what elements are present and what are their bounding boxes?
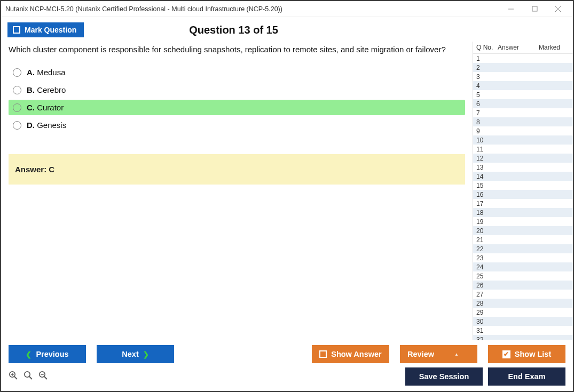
row-number: 9 bbox=[476, 127, 498, 135]
show-answer-button[interactable]: Show Answer bbox=[312, 345, 389, 363]
chevron-right-icon: ❯ bbox=[143, 350, 149, 358]
question-list-row[interactable]: 13 bbox=[473, 163, 573, 172]
row-number: 29 bbox=[476, 309, 498, 316]
row-number: 4 bbox=[476, 82, 498, 90]
window-title: Nutanix NCP-MCI-5.20 (Nutanix Certified … bbox=[5, 5, 499, 13]
svg-rect-1 bbox=[532, 6, 537, 11]
question-list-row[interactable]: 8 bbox=[473, 117, 573, 126]
radio-icon bbox=[13, 68, 21, 77]
minimize-button[interactable] bbox=[499, 2, 523, 17]
question-list-row[interactable]: 7 bbox=[473, 108, 573, 117]
titlebar: Nutanix NCP-MCI-5.20 (Nutanix Certified … bbox=[1, 1, 573, 17]
show-list-label: Show List bbox=[515, 350, 551, 358]
row-number: 2 bbox=[476, 64, 498, 71]
show-answer-label: Show Answer bbox=[331, 350, 382, 358]
question-text: Which cluster component is responsible f… bbox=[9, 45, 465, 54]
question-list-row[interactable]: 12 bbox=[473, 154, 573, 163]
row-number: 14 bbox=[476, 173, 498, 180]
radio-icon bbox=[13, 121, 21, 130]
option-text: D. Genesis bbox=[27, 121, 66, 130]
question-list-row[interactable]: 18 bbox=[473, 208, 573, 217]
question-list-row[interactable]: 3 bbox=[473, 72, 573, 81]
question-list-row[interactable]: 29 bbox=[473, 308, 573, 317]
zoom-in-button[interactable] bbox=[23, 371, 33, 382]
review-dropdown[interactable]: Review ▲ bbox=[400, 345, 477, 363]
row-number: 22 bbox=[476, 245, 498, 253]
question-list-row[interactable]: 14 bbox=[473, 172, 573, 181]
question-list-row[interactable]: 19 bbox=[473, 217, 573, 226]
question-list-row[interactable]: 20 bbox=[473, 226, 573, 235]
row-number: 17 bbox=[476, 200, 498, 207]
option-a[interactable]: A. Medusa bbox=[9, 65, 465, 80]
question-list-row[interactable]: 15 bbox=[473, 181, 573, 190]
question-list-row[interactable]: 1 bbox=[473, 54, 573, 63]
row-number: 13 bbox=[476, 164, 498, 171]
question-list-row[interactable]: 21 bbox=[473, 235, 573, 244]
svg-point-8 bbox=[25, 372, 30, 377]
question-list-row[interactable]: 32 bbox=[473, 335, 573, 340]
question-header: Question 13 of 15 bbox=[1, 24, 466, 36]
question-list-row[interactable]: 31 bbox=[473, 326, 573, 335]
options-list: A. MedusaB. CerebroC. CuratorD. Genesis bbox=[9, 65, 465, 135]
zoom-reset-button[interactable] bbox=[9, 371, 18, 382]
question-list-row[interactable]: 22 bbox=[473, 244, 573, 253]
question-list[interactable]: 1234567891011121314151617181920212223242… bbox=[473, 54, 573, 340]
question-list-row[interactable]: 24 bbox=[473, 262, 573, 271]
question-list-row[interactable]: 6 bbox=[473, 99, 573, 108]
question-list-header: Q No. Answer Marked bbox=[473, 42, 573, 54]
previous-button[interactable]: ❮ Previous bbox=[9, 345, 86, 363]
question-list-row[interactable]: 5 bbox=[473, 90, 573, 99]
question-list-row[interactable]: 4 bbox=[473, 81, 573, 90]
question-list-row[interactable]: 30 bbox=[473, 317, 573, 326]
question-list-row[interactable]: 26 bbox=[473, 281, 573, 290]
end-exam-button[interactable]: End Exam bbox=[488, 367, 565, 386]
question-list-row[interactable]: 9 bbox=[473, 126, 573, 135]
row-number: 24 bbox=[476, 263, 498, 271]
window-controls bbox=[499, 2, 570, 17]
show-list-button[interactable]: ✔ Show List bbox=[488, 345, 565, 363]
option-b[interactable]: B. Cerebro bbox=[9, 82, 465, 98]
row-number: 30 bbox=[476, 318, 498, 325]
question-list-row[interactable]: 25 bbox=[473, 271, 573, 281]
question-list-row[interactable]: 2 bbox=[473, 63, 573, 72]
row-number: 31 bbox=[476, 327, 498, 334]
row-number: 27 bbox=[476, 291, 498, 298]
row-number: 19 bbox=[476, 218, 498, 226]
zoom-out-button[interactable] bbox=[38, 371, 48, 382]
body: Which cluster component is responsible f… bbox=[1, 42, 573, 340]
save-session-label: Save Session bbox=[419, 372, 469, 381]
row-number: 18 bbox=[476, 209, 498, 217]
maximize-button[interactable] bbox=[523, 2, 546, 17]
question-list-row[interactable]: 10 bbox=[473, 135, 573, 145]
question-list-row[interactable]: 16 bbox=[473, 190, 573, 199]
row-number: 16 bbox=[476, 191, 498, 198]
row-number: 11 bbox=[476, 146, 498, 153]
option-d[interactable]: D. Genesis bbox=[9, 117, 465, 133]
next-label: Next bbox=[122, 350, 138, 358]
row-number: 20 bbox=[476, 227, 498, 235]
row-number: 8 bbox=[476, 118, 498, 126]
answer-box: Answer: C bbox=[9, 154, 465, 185]
option-text: B. Cerebro bbox=[27, 85, 66, 94]
footer-row-2: Save Session End Exam bbox=[1, 367, 573, 391]
checkbox-icon bbox=[319, 350, 327, 358]
close-button[interactable] bbox=[546, 2, 570, 17]
footer-row-1: ❮ Previous Next ❯ Show Answer Review ▲ ✔… bbox=[1, 340, 573, 367]
question-list-row[interactable]: 11 bbox=[473, 145, 573, 154]
top-row: Mark Question Question 13 of 15 bbox=[1, 17, 573, 42]
header-marked: Marked bbox=[530, 44, 571, 51]
question-list-row[interactable]: 27 bbox=[473, 290, 573, 299]
option-c[interactable]: C. Curator bbox=[9, 100, 465, 115]
option-text: A. Medusa bbox=[27, 68, 66, 77]
chevron-down-icon: ▲ bbox=[454, 352, 459, 357]
review-label: Review bbox=[407, 350, 434, 358]
save-session-button[interactable]: Save Session bbox=[405, 367, 483, 386]
question-list-row[interactable]: 23 bbox=[473, 253, 573, 262]
question-list-panel: Q No. Answer Marked 12345678910111213141… bbox=[473, 42, 573, 340]
question-list-row[interactable]: 28 bbox=[473, 299, 573, 308]
next-button[interactable]: Next ❯ bbox=[97, 345, 174, 363]
question-list-row[interactable]: 17 bbox=[473, 199, 573, 208]
footer: ❮ Previous Next ❯ Show Answer Review ▲ ✔… bbox=[1, 340, 573, 391]
row-number: 28 bbox=[476, 300, 498, 307]
row-number: 3 bbox=[476, 73, 498, 81]
